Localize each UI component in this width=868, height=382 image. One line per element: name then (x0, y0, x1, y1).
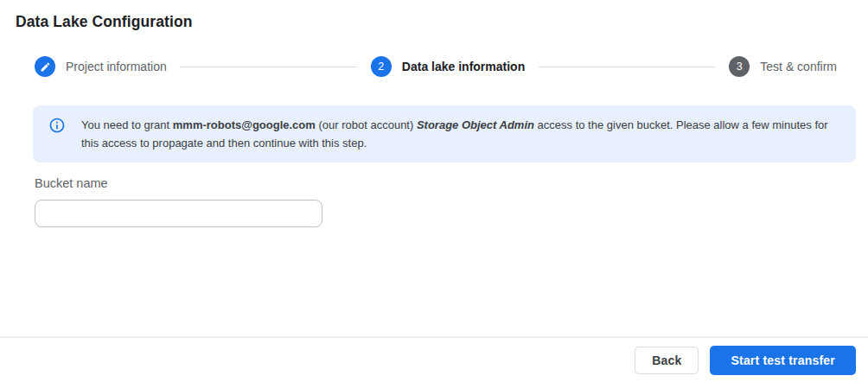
stepper-step-test-confirm[interactable]: 3 Test & confirm (729, 56, 837, 77)
bucket-name-label: Bucket name (35, 176, 322, 190)
step-label-test-confirm: Test & confirm (760, 60, 837, 73)
stepper-connector (539, 67, 715, 67)
edit-icon (35, 56, 55, 77)
step-3-badge: 3 (729, 56, 750, 77)
stepper-step-data-lake-information[interactable]: 2 Data lake information (371, 56, 525, 77)
step-2-number: 2 (378, 60, 384, 73)
step-label-data-lake-information: Data lake information (402, 60, 525, 73)
bucket-name-field: Bucket name (35, 176, 322, 227)
stepper-connector (181, 67, 357, 67)
back-button[interactable]: Back (635, 347, 699, 374)
start-test-transfer-button[interactable]: Start test transfer (710, 346, 856, 375)
info-banner: You need to grant mmm-robots@google.com … (33, 105, 856, 162)
step-2-badge: 2 (371, 56, 392, 77)
info-icon (48, 117, 66, 134)
info-banner-message: You need to grant mmm-robots@google.com … (81, 116, 839, 152)
bucket-name-input[interactable] (35, 200, 322, 227)
stepper-step-project-information[interactable]: Project information (35, 56, 167, 77)
stepper: Project information 2 Data lake informat… (35, 55, 837, 78)
step-3-number: 3 (737, 60, 743, 73)
step-label-project-information: Project information (66, 60, 167, 73)
footer-action-bar: Back Start test transfer (0, 337, 868, 382)
data-lake-configuration-page: Data Lake Configuration Project informat… (0, 0, 868, 382)
page-title: Data Lake Configuration (16, 13, 193, 31)
